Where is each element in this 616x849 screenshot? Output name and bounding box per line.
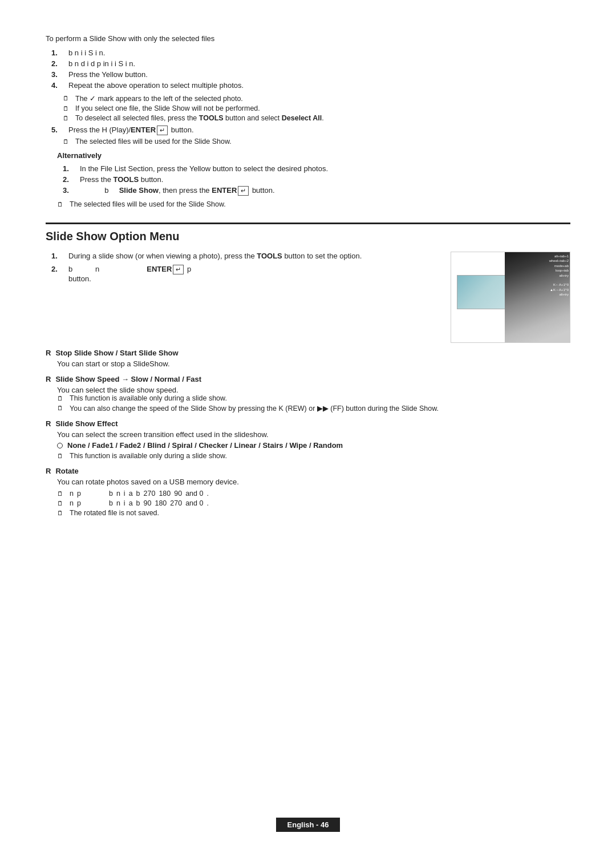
rotate-section: R Rotate You can rotate photos saved on … xyxy=(46,467,570,517)
speed-note-icon-1: 🗒 xyxy=(57,395,66,402)
rotate-note-icon-1: 🗒 xyxy=(57,490,66,497)
effect-options: None / Fade1 / Fade2 / Blind / Spiral / … xyxy=(57,441,570,450)
enter-button-icon: ↵ xyxy=(157,126,168,135)
enter-btn-alt: ↵ xyxy=(238,186,249,196)
alt-note-icon: 🗒 xyxy=(57,201,66,208)
effect-note-text: This function is available only during a… xyxy=(70,452,227,460)
circle-bullet-icon xyxy=(57,443,63,448)
alt-step1-num: 1. xyxy=(63,164,74,173)
sec-step1-text: During a slide show (or when viewing a p… xyxy=(68,252,362,260)
effect-note-icon: 🗒 xyxy=(57,452,66,459)
bullet-r-2: R xyxy=(46,375,51,383)
stop-slide-show-title: R Stop Slide Show / Start Slide Show xyxy=(46,349,570,357)
speed-note-text-1: This function is available only during a… xyxy=(70,394,227,402)
alt-step3-num: 3. xyxy=(63,186,74,196)
footer: English - 46 xyxy=(0,818,616,832)
step3-text: Press the Yellow button. xyxy=(68,70,148,79)
image-text-overlay: alt+tab+1 wheel+tab+2 mode+ab loop+tab a… xyxy=(549,254,569,297)
note-icon-2: 🗒 xyxy=(63,105,72,112)
rotate-row-2-text: np bniab 90180270and 0. xyxy=(70,499,209,507)
rotate-row-1-text: np bniab 27018090and 0. xyxy=(70,490,209,498)
bullet-r-4: R xyxy=(46,467,51,475)
section-content: alt+tab+1 wheel+tab+2 mode+ab loop+tab a… xyxy=(46,252,570,349)
step1-num: 1. xyxy=(51,48,63,57)
rotate-note-icon-2: 🗒 xyxy=(57,500,66,507)
speed-note-text-2: You can also change the speed of the Sli… xyxy=(70,404,439,413)
speed-note-icon-2: 🗒 xyxy=(57,405,66,411)
alt-note: 🗒 The selected files will be used for th… xyxy=(57,200,570,208)
steps-list: 1. b n i i S i n. 2. b n d i d p in i i … xyxy=(46,48,570,90)
alt-note-text: The selected files will be used for the … xyxy=(70,200,226,208)
section-title: Slide Show Option Menu xyxy=(46,227,570,243)
intro-heading: To perform a Slide Show with only the se… xyxy=(46,34,570,43)
alt-step1-text: In the File List Section, press the Yell… xyxy=(80,164,328,173)
stop-slide-show-body: You can start or stop a SlideShow. xyxy=(57,359,570,368)
sec-step1-num: 1. xyxy=(51,252,63,260)
step3-num: 3. xyxy=(51,70,63,79)
step5-text: Press the H (Play)/ENTER↵ button. xyxy=(68,126,194,135)
step2-num: 2. xyxy=(51,59,63,68)
sec-step2-text: b n ENTER↵ pbutton. xyxy=(68,265,191,283)
note-text-2: If you select one file, the Slide Show w… xyxy=(75,104,260,112)
stop-slide-show-section: R Stop Slide Show / Start Slide Show You… xyxy=(46,349,570,368)
page-content: To perform a Slide Show with only the se… xyxy=(46,34,570,517)
step5-num: 5. xyxy=(51,126,63,135)
rotate-final-note-text: The rotated file is not saved. xyxy=(70,509,159,517)
note-text-3: To deselect all selected files, press th… xyxy=(75,114,324,122)
slide-show-effect-title: R Slide Show Effect xyxy=(46,419,570,428)
effect-note: 🗒 This function is available only during… xyxy=(57,452,570,460)
step4-text: Repeat the above operation to select mul… xyxy=(68,81,244,90)
rotate-body: You can rotate photos saved on a USB mem… xyxy=(57,478,570,486)
note-deselect: 🗒 To deselect all selected files, press … xyxy=(63,114,570,122)
slide-show-image: alt+tab+1 wheel+tab+2 mode+ab loop+tab a… xyxy=(451,252,570,343)
effect-options-text: None / Fade1 / Fade2 / Blind / Spiral / … xyxy=(67,441,343,450)
alternatively-label: Alternatively xyxy=(57,151,570,160)
alt-step3-text: b Slide Show, then press the ENTER↵ butt… xyxy=(80,186,275,196)
note-step5: 🗒 The selected files will be used for th… xyxy=(63,138,570,145)
rotate-row-1: 🗒 np bniab 27018090and 0. xyxy=(57,490,570,498)
photo-left xyxy=(457,275,508,309)
speed-note-2: 🗒 You can also change the speed of the S… xyxy=(57,404,570,413)
alt-step2-num: 2. xyxy=(63,175,74,184)
section-divider xyxy=(46,223,570,224)
note-checkmark: 🗒 The ✓ mark appears to the left of the … xyxy=(63,94,570,103)
rotate-final-note-icon: 🗒 xyxy=(57,510,66,516)
note-text-1: The ✓ mark appears to the left of the se… xyxy=(75,94,243,103)
step4-num: 4. xyxy=(51,81,63,90)
note-icon-3: 🗒 xyxy=(63,115,72,122)
bullet-r-3: R xyxy=(46,419,51,428)
step1-text: b n i i S i n. xyxy=(68,48,105,57)
footer-badge: English - 46 xyxy=(276,818,341,832)
slide-show-speed-title: R Slide Show Speed → Slow / Normal / Fas… xyxy=(46,375,570,383)
note-icon-5: 🗒 xyxy=(63,138,72,145)
rotate-final-note: 🗒 The rotated file is not saved. xyxy=(57,509,570,517)
slide-show-speed-body: You can select the slide show speed. xyxy=(57,386,570,394)
rotate-row-2: 🗒 np bniab 90180270and 0. xyxy=(57,499,570,507)
sec-step2-num: 2. xyxy=(51,265,63,283)
step2-text: b n d i d p in i i S i n. xyxy=(68,59,135,68)
note-one-file: 🗒 If you select one file, the Slide Show… xyxy=(63,104,570,112)
slide-show-effect-body: You can select the screen transition eff… xyxy=(57,430,570,439)
bullet-r-1: R xyxy=(46,349,51,357)
image-inner: alt+tab+1 wheel+tab+2 mode+ab loop+tab a… xyxy=(451,252,570,342)
speed-note-1: 🗒 This function is available only during… xyxy=(57,394,570,402)
enter-btn-sec2: ↵ xyxy=(173,265,184,274)
alt-step2-text: Press the TOOLS button. xyxy=(80,175,163,184)
alt-steps-list: 1. In the File List Section, press the Y… xyxy=(57,164,570,196)
rotate-title: R Rotate xyxy=(46,467,570,475)
note-icon-1: 🗒 xyxy=(63,95,72,102)
slide-show-speed-section: R Slide Show Speed → Slow / Normal / Fas… xyxy=(46,375,570,413)
slide-show-effect-section: R Slide Show Effect You can select the s… xyxy=(46,419,570,460)
note-text-5: The selected files will be used for the … xyxy=(75,138,232,145)
